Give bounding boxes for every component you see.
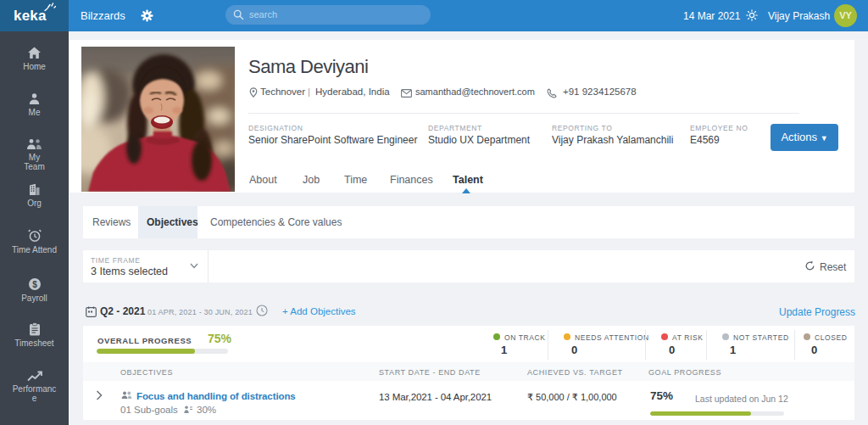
- svg-text:$: $: [32, 280, 37, 289]
